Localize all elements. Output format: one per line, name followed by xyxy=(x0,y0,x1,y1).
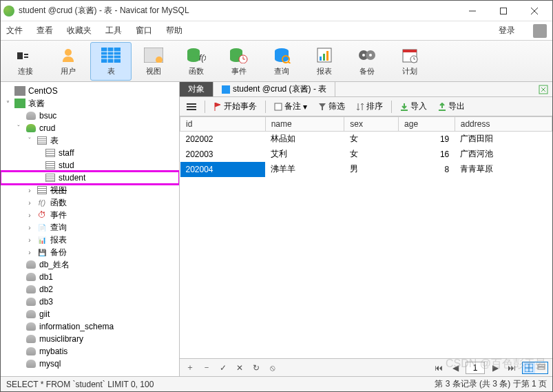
begin-transaction-button[interactable]: 开始事务 xyxy=(211,99,260,114)
table-row[interactable]: 202003 艾利 女 16 广西河池 xyxy=(180,147,552,162)
menu-tools[interactable]: 工具 xyxy=(105,25,122,37)
import-icon xyxy=(400,103,408,111)
filter-button[interactable]: 筛选 xyxy=(315,99,348,114)
tree-tables[interactable]: ˇ表 xyxy=(1,134,179,147)
tree-centos[interactable]: CentOS xyxy=(1,85,179,97)
tables-icon xyxy=(37,136,47,145)
tab-bar: 对象 student @crud (哀酱) - 表 xyxy=(180,82,552,97)
ribbon-event[interactable]: 事件 xyxy=(218,42,260,81)
tree-events[interactable]: ›事件 xyxy=(1,209,179,221)
backup-icon xyxy=(356,45,378,65)
menu-favorites[interactable]: 收藏夹 xyxy=(67,25,92,37)
menu-icon xyxy=(187,103,196,111)
tree-staff[interactable]: staff xyxy=(1,147,179,159)
form-view-button[interactable] xyxy=(535,362,547,373)
tree-backups[interactable]: ›备份 xyxy=(1,246,179,258)
ribbon-plan[interactable]: 计划 xyxy=(389,42,430,81)
ribbon-function[interactable]: f(x)函数 xyxy=(176,42,217,81)
tree-views[interactable]: ›视图 xyxy=(1,184,179,196)
statusbar: SELECT * FROM `student` LIMIT 0, 100 第 3… xyxy=(1,376,552,391)
database-icon xyxy=(26,347,36,355)
table-row[interactable]: 202002 林品如 女 19 广西田阳 xyxy=(180,132,552,147)
tree-reports[interactable]: ›报表 xyxy=(1,234,179,246)
tree-db1[interactable]: db1 xyxy=(1,271,179,283)
import-button[interactable]: 导入 xyxy=(397,99,430,114)
first-page-button[interactable]: ⏮ xyxy=(432,362,445,374)
tree-student[interactable]: student xyxy=(1,172,179,184)
hamburger-button[interactable] xyxy=(184,101,199,112)
note-icon xyxy=(274,103,282,111)
tree-bsuc[interactable]: bsuc xyxy=(1,110,179,122)
database-icon xyxy=(26,360,36,368)
tree-musiclib[interactable]: musiclibrary xyxy=(1,333,179,345)
col-id[interactable]: id xyxy=(180,117,266,132)
memo-button[interactable]: 备注 ▾ xyxy=(271,99,310,114)
status-sql: SELECT * FROM `student` LIMIT 0, 100 xyxy=(6,380,154,389)
table-header-row: id name sex age address xyxy=(180,117,552,132)
tree-mysql[interactable]: mysql xyxy=(1,358,179,370)
page-input[interactable] xyxy=(466,362,485,374)
svg-rect-4 xyxy=(17,52,23,59)
ribbon-view[interactable]: 视图 xyxy=(133,42,174,81)
col-address[interactable]: address xyxy=(455,117,552,132)
data-grid[interactable]: id name sex age address 202002 林品如 女 19 xyxy=(180,116,552,358)
tree-aijang[interactable]: ˅ 哀酱 xyxy=(1,97,179,110)
maximize-button[interactable] xyxy=(488,1,519,21)
export-button[interactable]: 导出 xyxy=(435,99,468,114)
next-page-button[interactable]: ▶ xyxy=(489,362,501,374)
col-name[interactable]: name xyxy=(265,117,344,132)
tree-db3[interactable]: db3 xyxy=(1,296,179,308)
apply-button[interactable]: ✓ xyxy=(217,362,229,374)
event-icon xyxy=(228,45,250,65)
menu-help[interactable]: 帮助 xyxy=(166,25,182,37)
tree-db2[interactable]: db2 xyxy=(1,283,179,296)
tree-infoschema[interactable]: information_schema xyxy=(1,320,179,333)
tree-giit[interactable]: giit xyxy=(1,308,179,320)
tab-objects[interactable]: 对象 xyxy=(180,82,213,96)
add-record-button[interactable]: ＋ xyxy=(184,362,196,374)
ribbon-table[interactable]: 表 xyxy=(90,42,132,81)
tree-crud[interactable]: ˇcrud xyxy=(1,122,179,134)
delete-record-button[interactable]: － xyxy=(200,362,213,374)
window-title: student @crud (哀酱) - 表 - Navicat for MyS… xyxy=(19,5,457,17)
tree-queries[interactable]: ›查询 xyxy=(1,221,179,234)
col-sex[interactable]: sex xyxy=(344,117,399,132)
tree-mybatis[interactable]: mybatis xyxy=(1,345,179,358)
tree-stud[interactable]: stud xyxy=(1,159,179,172)
ribbon-query[interactable]: 查询 xyxy=(261,42,302,81)
prev-page-button[interactable]: ◀ xyxy=(449,362,461,374)
menu-file[interactable]: 文件 xyxy=(6,25,23,37)
tab-student[interactable]: student @crud (哀酱) - 表 xyxy=(213,82,335,96)
svg-rect-33 xyxy=(323,54,325,61)
menu-view[interactable]: 查看 xyxy=(36,25,53,37)
tree-db-name[interactable]: db_姓名 xyxy=(1,258,179,271)
grid-view-button[interactable] xyxy=(523,362,535,373)
ribbon-backup[interactable]: 备份 xyxy=(346,42,388,81)
ribbon-user[interactable]: 用户 xyxy=(48,42,89,81)
svg-rect-1 xyxy=(500,8,506,14)
svg-rect-6 xyxy=(24,56,28,58)
login-button[interactable]: 登录 xyxy=(499,25,515,37)
ribbon-report[interactable]: 报表 xyxy=(304,42,345,81)
sidebar-tree[interactable]: CentOS ˅ 哀酱 bsuc ˇcrud ˇ表 staff stud stu… xyxy=(1,82,180,376)
avatar-icon[interactable] xyxy=(533,24,547,38)
tree-functions[interactable]: ›函数 xyxy=(1,196,179,209)
sort-button[interactable]: 排序 xyxy=(353,99,386,114)
data-toolbar: 开始事务 备注 ▾ 筛选 排序 导入 导出 xyxy=(180,97,552,116)
svg-rect-44 xyxy=(222,85,230,94)
svg-rect-5 xyxy=(24,54,28,55)
svg-rect-56 xyxy=(538,367,545,369)
col-age[interactable]: age xyxy=(399,117,455,132)
ribbon-toolbar: 连接 用户 表 视图 f(x)函数 事件 查询 报表 备份 计划 xyxy=(1,41,552,82)
last-page-button[interactable]: ⏭ xyxy=(505,362,518,374)
cancel-button[interactable]: ✕ xyxy=(233,362,246,374)
ribbon-connection[interactable]: 连接 xyxy=(5,42,46,81)
refresh-button[interactable]: ↻ xyxy=(250,362,262,374)
close-button[interactable] xyxy=(519,1,550,21)
stop-button[interactable]: ⦸ xyxy=(267,362,279,374)
app-icon xyxy=(3,6,14,17)
menu-window[interactable]: 窗口 xyxy=(136,25,152,37)
tab-refresh-button[interactable] xyxy=(534,82,552,96)
minimize-button[interactable] xyxy=(457,1,488,21)
table-row[interactable]: 202004 沸羊羊 男 8 青青草原 xyxy=(180,162,552,177)
